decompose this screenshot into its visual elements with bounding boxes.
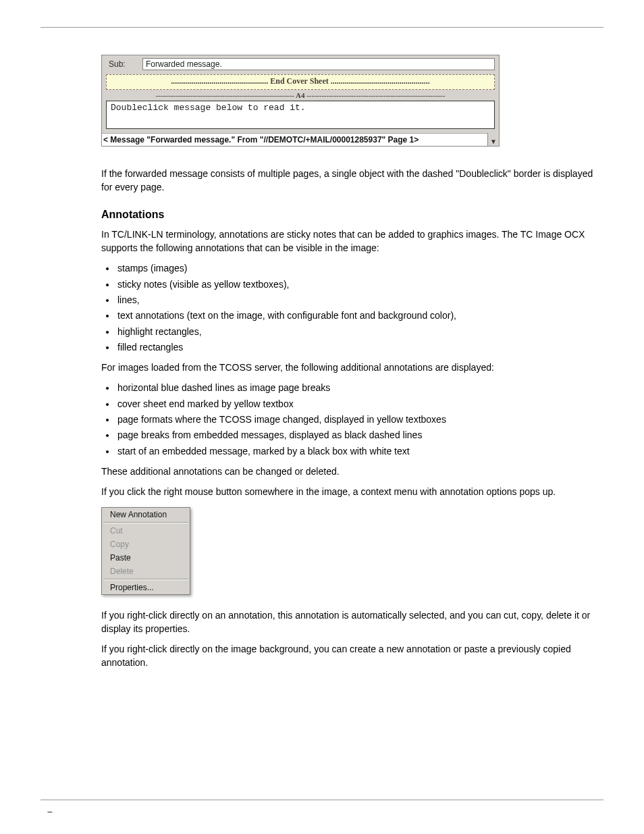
- scroll-down-button[interactable]: ▼: [487, 133, 499, 146]
- menu-new-annotation[interactable]: New Annotation: [102, 508, 190, 521]
- embedded-message-header-annotation: < Message "Forwarded message." From "//D…: [102, 133, 487, 146]
- list-item: lines,: [116, 293, 594, 307]
- doubleclick-message-box[interactable]: Doubleclick message below to read it.: [106, 101, 495, 129]
- list-item: filled rectangles: [116, 340, 594, 354]
- annotations-list-2: horizontal blue dashed lines as image pa…: [105, 381, 594, 457]
- annotations-para-2: For images loaded from the TCOSS server,…: [101, 361, 594, 374]
- annotations-para-3: These additional annotations can be chan…: [101, 465, 594, 478]
- list-item: horizontal blue dashed lines as image pa…: [116, 381, 594, 394]
- menu-properties[interactable]: Properties...: [102, 581, 190, 594]
- app-screenshot: Sub: ...................................…: [101, 55, 500, 147]
- subject-label: Sub:: [109, 59, 142, 69]
- subject-input[interactable]: [142, 58, 495, 70]
- page-format-annotation: ----------------------------------------…: [106, 91, 495, 99]
- list-item: sticky notes (visible as yellow textboxe…: [116, 278, 594, 291]
- annotations-para-1: In TC/LINK-LN terminology, annotations a…: [101, 228, 594, 255]
- bottom-rule: [41, 800, 603, 800]
- list-item: page breaks from embedded messages, disp…: [116, 428, 594, 442]
- menu-separator: [103, 522, 188, 523]
- page-dash-icon: –: [47, 806, 53, 817]
- list-item: highlight rectangles,: [116, 325, 594, 338]
- menu-cut: Cut: [102, 524, 190, 538]
- intro-paragraph: If the forwarded message consists of mul…: [101, 167, 594, 194]
- menu-separator: [103, 579, 188, 580]
- top-rule: [41, 27, 603, 28]
- annotations-heading: Annotations: [101, 207, 594, 222]
- list-item: start of an embedded message, marked by …: [116, 444, 594, 458]
- subject-row: Sub:: [102, 55, 499, 74]
- annotation-context-menu: New Annotation Cut Copy Paste Delete Pro…: [101, 507, 190, 595]
- document-page: Sub: ...................................…: [0, 0, 644, 834]
- page-footer-mark: –: [47, 806, 53, 817]
- menu-copy: Copy: [102, 538, 190, 551]
- annotations-list-1: stamps (images) sticky notes (visible as…: [105, 261, 594, 354]
- annotations-para-4: If you click the right mouse button some…: [101, 485, 594, 498]
- body-text: If the forwarded message consists of mul…: [101, 167, 594, 499]
- menu-paste[interactable]: Paste: [102, 551, 190, 565]
- list-item: page formats where the TCOSS image chang…: [116, 413, 594, 426]
- list-item: text annotations (text on the image, wit…: [116, 309, 594, 322]
- end-cover-sheet-annotation: ........................................…: [106, 74, 495, 90]
- after-menu-text: If you right-click directly on an annota…: [101, 608, 594, 670]
- list-item: cover sheet end marked by yellow textbox: [116, 397, 594, 411]
- list-item: stamps (images): [116, 261, 594, 275]
- message-footer-row: < Message "Forwarded message." From "//D…: [102, 133, 499, 146]
- after-menu-para-1: If you right-click directly on an annota…: [101, 608, 594, 636]
- menu-delete: Delete: [102, 565, 190, 578]
- after-menu-para-2: If you right-click directly on the image…: [101, 642, 594, 670]
